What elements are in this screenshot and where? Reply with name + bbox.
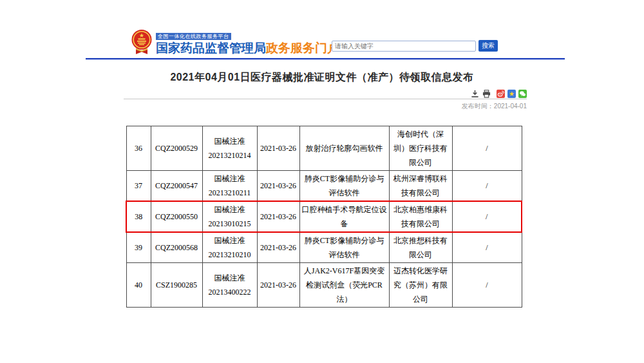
cell-approval-date: 2021-03-26 [257, 171, 299, 202]
page-title: 2021年04月01日医疗器械批准证明文件（准产）待领取信息发布 [0, 71, 644, 84]
cell-row-number: 37 [126, 171, 151, 202]
title-divider [124, 99, 527, 99]
cell-acceptance-number: CQZ2000529 [151, 126, 202, 171]
table-row: 39 CQZ2000568 国械注准20213210210 2021-03-26… [126, 232, 522, 263]
cell-approval-date: 2021-03-26 [257, 263, 299, 308]
national-emblem-logo [131, 29, 153, 55]
cell-registration-number: 国械注准20213210210 [202, 232, 257, 263]
site-name: 国家药品监督管理局 [156, 41, 266, 55]
cell-approval-date: 2021-03-26 [257, 126, 299, 171]
site-brand[interactable]: 全国一体化在线政务服务平台 国家药品监督管理局政务服务门户 [131, 29, 339, 55]
cell-row-number: 40 [126, 263, 151, 308]
cell-approval-date: 2021-03-26 [257, 232, 299, 263]
site-portal-suffix: 政务服务门户 [266, 41, 339, 55]
cell-company-name: 北京推想科技有限公司 [389, 232, 452, 263]
search-box: 搜索 [332, 40, 498, 52]
cell-company-name: 杭州深睿博联科技有限公司 [389, 171, 452, 202]
publish-date: 发布时间：2021-04-01 [124, 102, 527, 111]
cell-acceptance-number: CQZ2000547 [151, 171, 202, 202]
cell-row-number: 39 [126, 232, 151, 263]
cell-registration-number: 国械注准20213400222 [202, 263, 257, 308]
cell-remark: / [452, 201, 522, 232]
download-icon[interactable] [470, 90, 479, 98]
cell-product-name: 放射治疗轮廓勾画软件 [299, 126, 389, 171]
cell-remark: / [452, 126, 522, 171]
cell-company-name: 迈杰转化医学研究（苏州）有限公司 [389, 263, 452, 308]
cell-product-name: 肺炎CT影像辅助分诊与评估软件 [299, 232, 389, 263]
publish-date-value: 2021-04-01 [494, 103, 527, 110]
print-icon[interactable] [482, 90, 491, 98]
cell-row-number: 36 [126, 126, 151, 171]
cell-acceptance-number: CQZ2000550 [151, 201, 202, 232]
share-wechat-icon[interactable] [518, 90, 527, 98]
publish-date-label: 发布时间： [462, 103, 494, 110]
cell-remark: / [452, 263, 522, 308]
cell-acceptance-number: CQZ2000568 [151, 232, 202, 263]
cell-company-name: 北京柏惠维康科技有限公司 [389, 201, 452, 232]
cell-product-name: 肺炎CT影像辅助分诊与评估软件 [299, 171, 389, 202]
approval-table: 36 CQZ2000529 国械注准20213210214 2021-03-26… [126, 126, 522, 308]
cell-remark: / [452, 171, 522, 202]
cell-acceptance-number: CSZ1900285 [151, 263, 202, 308]
page: 全国一体化在线政务服务平台 国家药品监督管理局政务服务门户 搜索 2021年04… [0, 0, 644, 363]
search-button[interactable]: 搜索 [478, 40, 498, 52]
share-qzone-icon[interactable]: ★ [507, 90, 516, 98]
cell-row-number: 38 [126, 201, 151, 232]
search-input[interactable] [332, 41, 476, 52]
cell-remark: / [452, 232, 522, 263]
share-weibo-icon[interactable] [497, 90, 505, 98]
table-row: 37 CQZ2000547 国械注准20213210211 2021-03-26… [126, 171, 522, 202]
cell-approval-date: 2021-03-26 [257, 201, 299, 232]
cell-registration-number: 国械注准20213210211 [202, 171, 257, 202]
header-divider [86, 58, 565, 60]
cell-product-name: 口腔种植手术导航定位设备 [299, 201, 389, 232]
cell-product-name: 人JAK2-V617F基因突变检测试剂盒（荧光PCR法） [299, 263, 389, 308]
table-row: 38 CQZ2000550 国械注准20213010215 2021-03-26… [126, 201, 522, 232]
site-title: 国家药品监督管理局政务服务门户 [156, 41, 339, 55]
table-row: 40 CSZ1900285 国械注准20213400222 2021-03-26… [126, 263, 522, 308]
cell-registration-number: 国械注准20213210214 [202, 126, 257, 171]
cell-company-name: 海创时代（深圳）医疗科技有限公司 [389, 126, 452, 171]
article-toolbar: ★ [124, 89, 527, 98]
table-row: 36 CQZ2000529 国械注准20213210214 2021-03-26… [126, 126, 522, 171]
cell-registration-number: 国械注准20213010215 [202, 201, 257, 232]
platform-badge: 全国一体化在线政务服务平台 [156, 33, 231, 40]
